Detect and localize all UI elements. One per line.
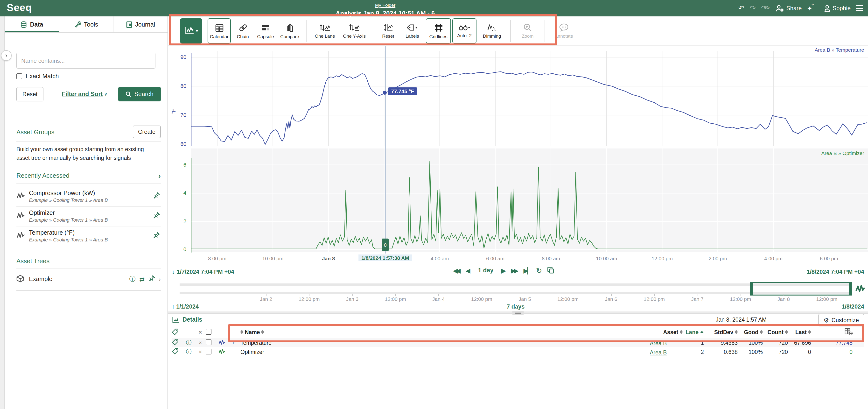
select-all-checkbox[interactable]	[206, 329, 212, 334]
row-stddev: 0.638	[704, 349, 738, 355]
filter-and-sort-link[interactable]: Filter and Sort∨	[62, 91, 107, 97]
timeline-tick	[352, 294, 353, 296]
step-back-icon[interactable]: ◀	[465, 267, 470, 274]
auto-update-button[interactable]: Auto: 2	[452, 18, 476, 43]
calendar-button[interactable]: Calendar	[208, 18, 231, 43]
reset-button[interactable]: Reset	[17, 87, 43, 101]
view-mode-dropdown[interactable]: ▾	[180, 18, 202, 43]
column-header-count[interactable]: Count	[763, 329, 788, 335]
share-button[interactable]: Share	[775, 5, 802, 12]
timeline-signal-toggle-icon[interactable]	[856, 284, 865, 295]
tab-journal[interactable]: Journal	[114, 17, 167, 32]
asset-link[interactable]: Area B	[650, 340, 667, 346]
search-button[interactable]: Search	[118, 87, 161, 101]
add-column-icon[interactable]	[844, 328, 852, 336]
ai-assistant-icon[interactable]: ✦✧	[807, 5, 812, 11]
gridlines-button[interactable]: Gridlines	[426, 18, 451, 43]
chain-button[interactable]: Chain	[232, 18, 253, 43]
timeline-tick	[482, 294, 482, 296]
step-back-double-icon[interactable]: ◀◀	[453, 267, 459, 274]
timeline-selected-window[interactable]	[750, 282, 852, 295]
timeline-tick	[741, 294, 741, 296]
one-lane-button[interactable]: One Lane	[311, 18, 339, 43]
timeline-end[interactable]: 1/8/2024	[842, 303, 864, 310]
tag-icon[interactable]	[172, 338, 183, 347]
selection-right-handle[interactable]	[849, 282, 851, 295]
remove-all-icon[interactable]: ×	[195, 329, 206, 335]
range-start[interactable]: ↓1/7/2024 7:04 PM +04	[172, 268, 234, 275]
table-row-optimizer[interactable]: ⓘ × Optimizer Area B 2 0.638 100% 720 0 …	[172, 347, 864, 356]
info-icon[interactable]: ⓘ	[183, 348, 195, 355]
remove-icon[interactable]: ×	[195, 348, 206, 355]
pin-icon[interactable]	[149, 275, 155, 283]
timeline-start[interactable]: ↑1/1/2024	[172, 303, 199, 310]
x-tick-label: 6:00 am	[486, 256, 504, 261]
list-item-example-tree[interactable]: Example ⓘ ⇄ ›	[17, 272, 161, 287]
chevron-right-icon[interactable]: ›	[159, 275, 161, 283]
step-forward-icon[interactable]: ▶	[501, 267, 506, 274]
range-duration-label[interactable]: 1 day	[478, 268, 493, 274]
annotate-button[interactable]: Annotate	[549, 18, 578, 43]
user-menu[interactable]: Sophie	[823, 5, 850, 12]
column-header-stddev[interactable]: StdDev	[704, 329, 738, 335]
pin-icon[interactable]	[153, 232, 161, 240]
redo-icon[interactable]: ↷	[750, 5, 756, 12]
list-item-temperature[interactable]: Temperature (°F)Example » Cooling Tower …	[17, 226, 161, 245]
pin-icon[interactable]	[153, 212, 161, 220]
undo-icon[interactable]: ↶	[738, 5, 744, 12]
hamburger-menu-icon[interactable]	[856, 5, 863, 11]
asset-link[interactable]: Area B	[650, 349, 667, 355]
recently-accessed-expand-icon[interactable]: ›	[158, 171, 161, 179]
optimizer-lane-label[interactable]: Area B » Optimizer	[822, 150, 864, 156]
y-tick-label: 60	[172, 141, 186, 147]
tag-icon[interactable]	[172, 347, 183, 356]
info-icon[interactable]: ⓘ	[129, 275, 136, 284]
row-checkbox[interactable]	[206, 339, 212, 345]
search-input[interactable]	[17, 53, 155, 68]
zoom-button[interactable]: Zoom	[515, 18, 540, 43]
column-header-good[interactable]: Good	[738, 329, 763, 335]
breadcrumb[interactable]: My Folder	[375, 2, 395, 8]
tag-icon[interactable]	[172, 328, 183, 336]
sort-icon[interactable]	[240, 330, 243, 334]
info-icon[interactable]: ⓘ	[183, 339, 195, 346]
pin-icon[interactable]	[153, 192, 161, 200]
trend-plot[interactable]	[191, 46, 868, 254]
capsule-button[interactable]: Capsule	[255, 18, 276, 43]
labels-button[interactable]: Labels	[400, 18, 424, 43]
column-header-asset[interactable]: Asset	[649, 329, 683, 335]
dimming-button[interactable]: Dimming	[478, 18, 506, 43]
reset-zoom-button[interactable]: Reset	[377, 18, 399, 43]
list-item-compressor-power[interactable]: Compressor Power (kW)Example » Cooling T…	[17, 187, 161, 206]
create-asset-group-button[interactable]: Create	[133, 125, 161, 138]
temperature-lane-label[interactable]: Area B » Temperature	[815, 47, 864, 53]
compare-button[interactable]: Compare	[278, 18, 302, 43]
column-header-name[interactable]: Name	[240, 329, 628, 335]
tab-data[interactable]: Data	[5, 17, 59, 32]
sort-icon[interactable]	[261, 330, 264, 334]
tab-journal-label: Journal	[135, 21, 155, 28]
list-item-optimizer[interactable]: OptimizerExample » Cooling Tower 1 » Are…	[17, 206, 161, 226]
timeline-duration[interactable]: 7 days	[507, 303, 525, 310]
tab-tools[interactable]: Tools	[59, 17, 114, 32]
swap-icon[interactable]: ⇄	[140, 275, 145, 283]
selection-left-handle[interactable]	[751, 282, 753, 295]
refresh-icon[interactable]: ↻	[536, 267, 542, 274]
row-checkbox[interactable]	[206, 348, 212, 354]
copy-range-icon[interactable]	[547, 267, 554, 275]
step-forward-double-icon[interactable]: ▶▶	[511, 267, 517, 274]
column-header-lane[interactable]: Lane	[683, 329, 704, 335]
step-to-end-icon[interactable]: ▶▏	[523, 267, 531, 274]
customize-button[interactable]: ⚙ Customize	[818, 314, 864, 326]
sidebar-collapse-button[interactable]: ›	[1, 50, 11, 61]
range-end[interactable]: 1/8/2024 7:04 PM +04	[807, 268, 864, 275]
table-row-temperature[interactable]: ⓘ × °F Temperature Area B 1 9.4363 100% …	[172, 338, 864, 347]
panel-resize-handle[interactable]	[512, 311, 524, 315]
one-y-axis-button[interactable]: One Y-Axis	[340, 18, 368, 43]
remove-icon[interactable]: ×	[195, 339, 206, 346]
timeline-tick	[266, 294, 267, 296]
forward-history-icon[interactable]: ↷↷	[761, 5, 770, 12]
one-lane-icon	[319, 23, 331, 32]
exact-match-checkbox[interactable]	[17, 74, 22, 79]
column-header-last[interactable]: Last	[788, 329, 811, 335]
